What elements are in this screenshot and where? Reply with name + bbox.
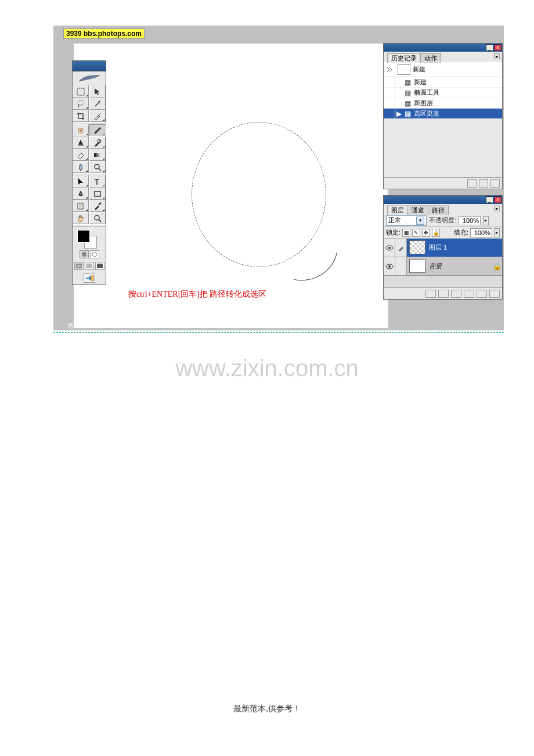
history-item[interactable]: ▦ 新建 — [384, 77, 502, 88]
link-toggle[interactable] — [395, 257, 407, 275]
svg-point-21 — [388, 247, 391, 249]
history-brush-tool[interactable] — [89, 136, 106, 149]
brush-tool[interactable] — [89, 124, 106, 136]
tab-layers[interactable]: 图层 — [387, 206, 408, 215]
crop-tool[interactable] — [73, 110, 89, 122]
eraser-tool[interactable] — [73, 149, 89, 161]
new-set-button[interactable] — [451, 290, 461, 298]
layer-style-button[interactable] — [425, 290, 436, 298]
lock-all-button[interactable]: 🔒 — [432, 229, 440, 237]
history-snapshot-row[interactable]: 新建 — [384, 62, 502, 77]
quickmask-mode-button[interactable] — [90, 250, 99, 258]
minimize-button[interactable]: _ — [486, 196, 493, 203]
type-tool[interactable]: T — [89, 175, 106, 188]
new-doc-from-state-button[interactable] — [467, 179, 477, 188]
color-swatch[interactable] — [73, 226, 106, 249]
path-selection-tool[interactable] — [73, 175, 89, 188]
layers-titlebar[interactable]: _ × — [384, 196, 502, 204]
fill-label: 填充: — [454, 228, 468, 237]
layers-list: 图层 1 背景 🔒 — [384, 239, 502, 287]
marquee-tool[interactable] — [73, 85, 89, 98]
magic-wand-tool[interactable] — [89, 98, 106, 110]
layer-row[interactable]: 图层 1 — [384, 239, 502, 257]
lock-transparency-button[interactable]: ▩ — [402, 229, 410, 237]
foreground-color[interactable] — [77, 230, 90, 243]
opacity-input[interactable]: 100% — [459, 216, 481, 225]
history-list: ▦ 新建 ▦ 椭圆工具 ▦ 新图层 ▶ ▦ 选区更改 — [384, 77, 502, 119]
svg-rect-16 — [77, 264, 81, 268]
visibility-toggle[interactable] — [384, 257, 395, 275]
close-button[interactable]: × — [494, 44, 501, 51]
fill-flyout-icon[interactable]: ▸ — [494, 228, 500, 237]
shape-tool[interactable] — [89, 188, 106, 200]
visibility-toggle[interactable] — [384, 239, 395, 257]
blend-mode-select[interactable]: 正常 ▾ — [386, 215, 427, 226]
adjustment-layer-button[interactable] — [464, 290, 474, 298]
toolbox-titlebar[interactable] — [73, 61, 106, 71]
opacity-label: 不透明度: — [429, 216, 456, 225]
layer-thumbnail[interactable] — [409, 240, 425, 254]
lock-icon: 🔒 — [492, 257, 502, 275]
delete-layer-button[interactable] — [489, 290, 500, 298]
zoom-tool[interactable] — [89, 212, 106, 224]
tab-channels[interactable]: 通道 — [407, 206, 428, 215]
svg-rect-3 — [80, 140, 81, 142]
current-step-icon: ▶ — [395, 110, 402, 118]
history-item[interactable]: ▶ ▦ 选区更改 — [384, 109, 502, 119]
panel-menu-icon[interactable]: ▸ — [494, 53, 500, 59]
slice-tool[interactable] — [89, 110, 106, 122]
standard-mode-button[interactable] — [80, 250, 89, 258]
layer-name[interactable]: 图层 1 — [428, 239, 502, 257]
new-layer-button[interactable] — [477, 290, 487, 298]
tab-paths[interactable]: 路径 — [428, 206, 449, 215]
svg-point-15 — [92, 252, 97, 257]
lock-position-button[interactable]: ✥ — [422, 229, 430, 237]
layer-row[interactable]: 背景 🔒 — [384, 257, 502, 276]
gradient-tool[interactable] — [89, 149, 106, 161]
document-icon: ▦ — [402, 99, 413, 107]
close-button[interactable]: × — [494, 196, 501, 203]
screen-mode-full-menu[interactable] — [85, 262, 94, 270]
healing-brush-tool[interactable] — [73, 124, 89, 136]
layers-panel: _ × 图层 通道 路径 ▸ 正常 ▾ 不透明度: 100% ▸ 锁定: ▩ ✎… — [383, 195, 503, 300]
blur-tool[interactable] — [73, 161, 89, 173]
toolbox-panel: T — [72, 60, 106, 285]
photoshop-logo-icon — [73, 71, 106, 85]
eyedropper-tool[interactable] — [89, 200, 106, 212]
svg-rect-17 — [86, 264, 92, 268]
layer-thumbnail[interactable] — [409, 259, 425, 273]
screen-mode-standard[interactable] — [74, 262, 84, 270]
dodge-tool[interactable] — [89, 161, 106, 173]
history-item[interactable]: ▦ 椭圆工具 — [384, 88, 502, 98]
tab-actions[interactable]: 动作 — [420, 53, 441, 63]
history-titlebar[interactable]: _ × — [384, 44, 502, 52]
move-tool[interactable] — [89, 85, 106, 98]
clone-stamp-tool[interactable] — [73, 136, 89, 149]
jump-to-imageready[interactable] — [84, 273, 95, 283]
document-icon: ▦ — [402, 89, 413, 97]
page-footer-text: 最新范本,供参考！ — [0, 704, 534, 714]
screen-mode-full[interactable] — [95, 262, 104, 270]
snapshot-thumbnail — [398, 64, 410, 75]
svg-point-9 — [80, 193, 81, 195]
layer-mask-button[interactable] — [438, 290, 449, 298]
lock-image-button[interactable]: ✎ — [412, 229, 420, 237]
panel-menu-icon[interactable]: ▸ — [494, 206, 500, 211]
brush-indicator-icon[interactable] — [395, 239, 407, 257]
svg-point-14 — [82, 252, 86, 257]
tab-history[interactable]: 历史记录 — [387, 53, 421, 63]
opacity-flyout-icon[interactable]: ▸ — [483, 216, 489, 225]
layer-name[interactable]: 背景 — [428, 257, 492, 275]
fill-input[interactable]: 100% — [470, 228, 492, 237]
svg-point-1 — [78, 100, 84, 105]
hand-tool[interactable] — [73, 212, 89, 224]
delete-state-button[interactable] — [490, 179, 500, 188]
history-item[interactable]: ▦ 新图层 — [384, 98, 502, 109]
watermark-badge: 3939 bbs.photops.com — [63, 28, 145, 39]
new-snapshot-button[interactable] — [479, 179, 488, 188]
minimize-button[interactable]: _ — [486, 44, 493, 51]
instruction-text: 按ctrl+ENTER[回车]把 路径转化成选区 — [128, 289, 266, 300]
notes-tool[interactable] — [73, 200, 89, 212]
lasso-tool[interactable] — [73, 98, 89, 110]
pen-tool[interactable] — [73, 188, 89, 200]
